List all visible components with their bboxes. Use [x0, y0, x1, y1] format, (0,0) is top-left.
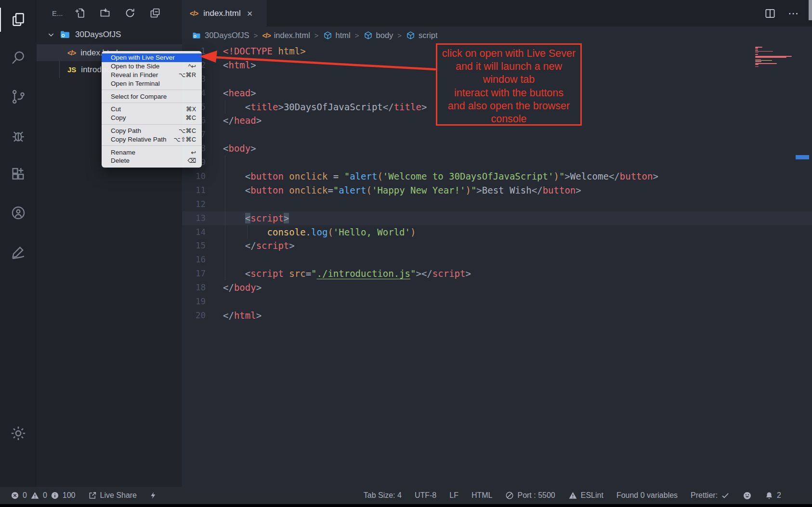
code-icon: </> — [262, 31, 270, 40]
context-menu-item-delete[interactable]: Delete⌫ — [102, 156, 202, 165]
line-number: 18 — [182, 281, 206, 295]
extensions-icon[interactable] — [0, 158, 37, 190]
language-status[interactable]: HTML — [471, 491, 493, 500]
scrollbar-thumb[interactable] — [809, 0, 812, 20]
code-line-15[interactable]: 15 </script> — [182, 239, 812, 253]
minimap-line — [755, 53, 795, 54]
lightning-icon[interactable] — [149, 491, 157, 500]
notifications-status[interactable]: 2 — [765, 491, 781, 500]
code-text: <html> — [206, 58, 256, 72]
code-text: </body> — [206, 281, 262, 295]
tab-index-html[interactable]: </> index.html × — [182, 0, 267, 26]
line-number: 12 — [182, 197, 206, 211]
context-menu-item-rename[interactable]: Rename↩ — [102, 148, 202, 156]
code-line-10[interactable]: 10 <button onclick = "alert('Welcome to … — [182, 169, 812, 183]
breadcrumb-item-30daysofjs[interactable]: 30DaysOfJS — [192, 31, 249, 40]
code-line-20[interactable]: 20</html> — [182, 309, 812, 323]
code-line-18[interactable]: 18</body> — [182, 281, 812, 295]
new-folder-icon[interactable] — [99, 7, 111, 19]
line-number: 17 — [182, 267, 206, 281]
explorer-title: E... — [52, 9, 68, 17]
split-editor-icon[interactable] — [764, 7, 776, 20]
context-menu-item-copy[interactable]: Copy⌘C — [102, 114, 202, 122]
close-icon[interactable]: × — [247, 9, 253, 18]
code-line-19[interactable]: 19 — [182, 295, 812, 309]
explorer-header: E... — [37, 5, 182, 21]
tree-item-root-folder[interactable]: 30DaysOfJS — [37, 26, 182, 43]
minimap-line — [755, 66, 759, 67]
share-icon — [88, 491, 97, 500]
pen-icon[interactable] — [0, 236, 37, 268]
js-file-icon: JS — [67, 65, 76, 74]
eslint-status[interactable]: ESLint — [568, 491, 603, 500]
more-actions-icon[interactable]: ⋯ — [788, 7, 799, 20]
settings-gear-icon[interactable] — [0, 417, 37, 449]
code-text: <body> — [206, 142, 256, 156]
code-text — [206, 197, 223, 211]
code-text: <!DOCTYPE html> — [206, 44, 306, 58]
context-menu-item-select-for-compare[interactable]: Select for Compare — [102, 92, 202, 101]
annotation-line: console — [437, 113, 580, 126]
encoding-status[interactable]: UTF-8 — [415, 491, 436, 500]
html-file-icon: </> — [190, 10, 198, 17]
menu-separator — [102, 145, 202, 146]
bell-icon — [765, 491, 773, 500]
refresh-icon[interactable] — [124, 7, 136, 19]
context-menu-item-copy-path[interactable]: Copy Path⌥⌘C — [102, 127, 202, 135]
code-line-11[interactable]: 11 <button onclick="alert('Happy New Yea… — [182, 183, 812, 197]
error-count: 0 — [23, 491, 27, 500]
breadcrumb-item-html[interactable]: html — [323, 31, 351, 40]
tab-size-status[interactable]: Tab Size: 4 — [364, 491, 402, 500]
smiley-icon[interactable] — [743, 491, 752, 500]
annotation-line: interact with the buttons — [437, 87, 580, 100]
line-number: 16 — [182, 253, 206, 267]
eol-status[interactable]: LF — [449, 491, 458, 500]
code-text: </html> — [206, 309, 262, 323]
problems-status[interactable]: 0 0 100 — [11, 491, 76, 500]
search-icon[interactable] — [0, 42, 37, 74]
tree-item-label: 30DaysOfJS — [75, 30, 121, 39]
info-icon — [51, 491, 59, 500]
minimap-line — [755, 58, 795, 59]
prettier-status[interactable]: Prettier: — [691, 491, 730, 500]
code-line-12[interactable]: 12 — [182, 197, 812, 211]
code-line-16[interactable]: 16 — [182, 253, 812, 267]
code-text: </head> — [206, 114, 262, 128]
code-line-14[interactable]: 14 console.log('Hello, World') — [182, 225, 812, 239]
debug-icon[interactable] — [0, 120, 37, 152]
code-line-9[interactable]: 9 — [182, 156, 812, 169]
minimap-line — [755, 49, 795, 50]
error-icon — [11, 491, 19, 500]
context-menu-item-copy-relative-path[interactable]: Copy Relative Path⌥⇧⌘C — [102, 135, 202, 143]
line-number: 14 — [182, 225, 206, 239]
breadcrumb-item-index-html[interactable]: </>index.html — [262, 31, 310, 40]
minimap[interactable] — [755, 47, 795, 67]
warning-icon — [30, 491, 39, 500]
variables-status[interactable]: Found 0 variables — [616, 491, 678, 500]
code-line-13[interactable]: 13 <script> — [182, 211, 812, 225]
context-menu-item-reveal-in-finder[interactable]: Reveal in Finder⌥⌘R — [102, 71, 202, 79]
breadcrumb-item-script[interactable]: script — [406, 31, 437, 40]
explorer-files-icon[interactable] — [0, 4, 37, 36]
new-file-icon[interactable] — [74, 7, 86, 19]
context-menu-item-cut[interactable]: Cut⌘X — [102, 105, 202, 114]
minimap-line — [755, 50, 758, 51]
port-status[interactable]: Port : 5500 — [505, 491, 555, 500]
context-menu-item-open-in-terminal[interactable]: Open in Terminal — [102, 79, 202, 88]
context-menu-item-open-with-live-server[interactable]: Open with Live Server — [102, 53, 202, 62]
source-control-icon[interactable] — [0, 81, 37, 113]
code-line-8[interactable]: 8<body> — [182, 142, 812, 156]
code-text: <head> — [206, 86, 256, 100]
breadcrumb-item-body[interactable]: body — [364, 31, 393, 40]
live-share-status[interactable]: Live Share — [88, 491, 137, 500]
code-text — [206, 156, 223, 169]
context-menu-item-open-to-the-side[interactable]: Open to the Side^↩ — [102, 62, 202, 71]
live-share-icon[interactable] — [0, 197, 37, 229]
overview-ruler-marker — [796, 155, 809, 159]
code-line-17[interactable]: 17 <script src="./introduction.js"></scr… — [182, 267, 812, 281]
collapse-all-icon[interactable] — [149, 7, 161, 19]
code-line-7[interactable]: 7 — [182, 128, 812, 142]
code-text — [206, 128, 223, 142]
chevron-right-icon: > — [355, 31, 359, 39]
chevron-down-icon — [47, 31, 55, 39]
